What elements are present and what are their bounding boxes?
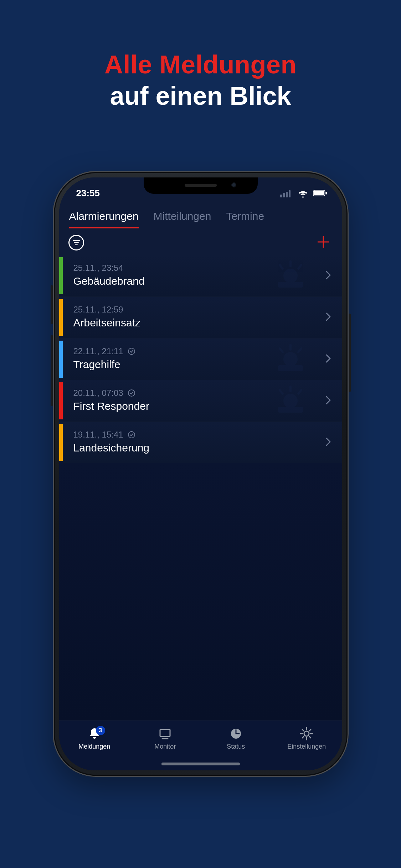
list-item[interactable]: 22.11., 21:11 Tragehilfe xyxy=(59,338,342,380)
item-date: 22.11., 21:11 xyxy=(73,346,123,356)
svg-rect-2 xyxy=(286,192,288,197)
svg-rect-18 xyxy=(278,365,303,371)
nav-monitor[interactable]: Monitor xyxy=(130,727,201,750)
svg-line-16 xyxy=(298,265,301,269)
phone-side-button xyxy=(349,314,351,392)
svg-line-21 xyxy=(298,348,301,352)
item-content: 19.11., 15:41 Landesicherung xyxy=(73,430,319,454)
item-date: 25.11., 12:59 xyxy=(73,305,123,315)
svg-rect-17 xyxy=(283,352,298,366)
svg-line-39 xyxy=(309,737,311,738)
item-meta: 19.11., 15:41 xyxy=(73,430,319,440)
promo-headline: Alle Meldungen auf einen Blick xyxy=(0,50,401,110)
nav-label: Einstellungen xyxy=(287,743,326,750)
filter-button[interactable] xyxy=(68,235,84,250)
list-item[interactable]: 25.11., 23:54 Gebäudebrand xyxy=(59,255,342,296)
siren-icon xyxy=(271,343,310,375)
wifi-icon xyxy=(297,187,309,200)
nav-label: Monitor xyxy=(154,743,176,750)
nav-label: Meldungen xyxy=(78,743,110,750)
bottom-nav: 3 Meldungen Monitor Status xyxy=(59,720,342,770)
chevron-right-icon xyxy=(325,353,331,363)
svg-line-27 xyxy=(298,390,301,394)
svg-line-26 xyxy=(280,390,283,394)
svg-line-20 xyxy=(280,348,283,352)
nav-einstellungen[interactable]: Einstellungen xyxy=(271,727,342,750)
svg-point-22 xyxy=(128,348,135,355)
svg-line-15 xyxy=(280,265,283,269)
front-camera xyxy=(231,182,236,187)
monitor-icon xyxy=(158,727,172,741)
svg-line-40 xyxy=(309,729,311,731)
chevron-right-icon xyxy=(325,437,331,447)
item-title: Landesicherung xyxy=(73,442,319,454)
svg-point-33 xyxy=(304,731,309,736)
nav-badge: 3 xyxy=(96,726,105,735)
svg-rect-12 xyxy=(283,269,298,283)
checkmark-circle-icon xyxy=(128,347,135,355)
tab-alarmierungen[interactable]: Alarmierungen xyxy=(69,210,139,228)
svg-rect-3 xyxy=(289,190,291,197)
promo-line-1: Alle Meldungen xyxy=(0,50,401,79)
plus-icon xyxy=(317,236,329,248)
item-meta: 25.11., 12:59 xyxy=(73,305,319,315)
alerts-list: 25.11., 23:54 Gebäudebrand 25.11., 12:59… xyxy=(59,255,342,720)
color-bar xyxy=(59,424,63,461)
item-date: 20.11., 07:03 xyxy=(73,388,123,398)
svg-point-29 xyxy=(128,432,135,438)
phone-frame: 23:55 xyxy=(53,171,349,777)
nav-label: Status xyxy=(227,743,245,750)
item-date: 25.11., 23:54 xyxy=(73,263,123,273)
checkmark-circle-icon xyxy=(128,389,135,397)
screen: 23:55 xyxy=(59,177,342,770)
svg-line-38 xyxy=(302,729,304,731)
speaker-grill xyxy=(185,184,217,187)
list-toolbar xyxy=(59,228,342,255)
svg-rect-0 xyxy=(280,195,282,197)
svg-rect-6 xyxy=(325,192,327,194)
status-right xyxy=(280,186,327,200)
svg-rect-13 xyxy=(278,282,303,288)
chevron-right-icon xyxy=(325,395,331,405)
item-content: 25.11., 12:59 Arbeitseinsatz xyxy=(73,305,319,329)
cellular-icon xyxy=(280,187,293,200)
svg-rect-30 xyxy=(160,729,170,737)
color-bar xyxy=(59,299,63,336)
list-item[interactable]: 19.11., 15:41 Landesicherung xyxy=(59,422,342,463)
promo-line-2: auf einen Blick xyxy=(0,81,401,110)
svg-rect-5 xyxy=(314,191,324,196)
list-item[interactable]: 25.11., 12:59 Arbeitseinsatz xyxy=(59,296,342,338)
list-item[interactable]: 20.11., 07:03 First Responder xyxy=(59,380,342,422)
svg-point-28 xyxy=(128,390,135,396)
item-date: 19.11., 15:41 xyxy=(73,430,123,440)
battery-icon xyxy=(313,186,327,200)
list-empty-space xyxy=(59,463,342,720)
gear-icon xyxy=(299,727,314,741)
clock-icon xyxy=(229,727,243,741)
tab-termine[interactable]: Termine xyxy=(226,210,264,228)
color-bar xyxy=(59,341,63,378)
item-title: Arbeitseinsatz xyxy=(73,317,319,329)
checkmark-circle-icon xyxy=(128,431,135,439)
status-time: 23:55 xyxy=(76,188,100,199)
add-button[interactable] xyxy=(317,235,332,250)
svg-rect-24 xyxy=(278,407,303,413)
color-bar xyxy=(59,382,63,419)
chevron-right-icon xyxy=(325,270,331,280)
svg-line-41 xyxy=(302,737,304,738)
phone-screen-bezel: 23:55 xyxy=(59,177,342,770)
svg-rect-23 xyxy=(283,394,298,408)
home-indicator[interactable] xyxy=(161,763,240,765)
nav-meldungen[interactable]: 3 Meldungen xyxy=(59,727,130,750)
svg-rect-1 xyxy=(283,193,285,197)
phone-notch xyxy=(144,177,258,194)
filter-icon xyxy=(72,239,80,246)
chevron-right-icon xyxy=(325,312,331,322)
color-bar xyxy=(59,257,63,294)
nav-status[interactable]: Status xyxy=(201,727,272,750)
tab-mitteilungen[interactable]: Mitteilungen xyxy=(154,210,211,228)
siren-icon xyxy=(271,385,310,417)
top-tabs: Alarmierungen Mitteilungen Termine xyxy=(59,202,342,228)
siren-icon xyxy=(271,260,310,292)
